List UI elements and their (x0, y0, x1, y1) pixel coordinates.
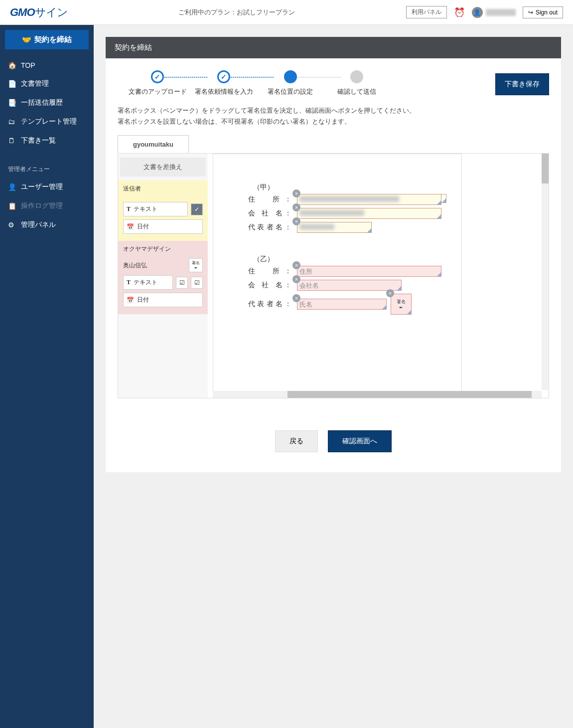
sidebar-item-documents[interactable]: 📄文書管理 (0, 74, 94, 93)
gear-icon: ⚙ (8, 221, 16, 229)
calendar-icon: 📅 (127, 223, 134, 230)
log-icon: 📋 (8, 202, 16, 210)
sidebar-item-drafts[interactable]: 🗒下書き一覧 (0, 131, 94, 150)
confirm-button[interactable]: 確認画面へ (328, 430, 392, 452)
sender-tools: 送信者 Tテキスト ✓ 📅日付 (118, 181, 208, 241)
main-content: 契約を締結 下書き保存 文書のアップロード 署名依頼情報を入力 署名位置の設定 (94, 25, 573, 728)
sidebar: 🤝 契約を締結 🏠TOP 📄文書管理 📑一括送信履歴 🗂テンプレート管理 🗒下書… (0, 25, 94, 728)
pen-icon: ✒ (399, 305, 403, 310)
template-icon: 🗂 (8, 118, 16, 126)
save-draft-button[interactable]: 下書き保存 (495, 73, 549, 95)
checkbox-tool-signer-2[interactable]: ☑ (191, 277, 203, 289)
step-1: 文書のアップロード (128, 70, 187, 96)
user-icon: 👤 (8, 183, 16, 191)
otsu-rep-field[interactable]: × 氏名 (297, 299, 387, 310)
step-3-circle (284, 70, 297, 83)
replace-document-button[interactable]: 文書を差換え (120, 158, 206, 177)
checkbox-tool-signer-1[interactable]: ☑ (176, 277, 188, 289)
placed-signature-box[interactable]: × 署名 ✒ (391, 294, 412, 315)
document-canvas[interactable]: （甲） 住 所： × 会 社 名： × (213, 154, 549, 398)
sidebar-item-logs[interactable]: 📋操作ログ管理 (0, 196, 94, 215)
user-menu[interactable]: 👤 (472, 7, 516, 18)
vertical-scrollbar[interactable] (542, 154, 549, 390)
signer-tools: オクヤマデザイン 奥山信弘 署名 ✒ Tテキスト ☑ ☑ (118, 241, 208, 314)
signer-name: 奥山信弘 (123, 261, 147, 270)
avatar-icon: 👤 (472, 7, 483, 18)
date-tool-sender[interactable]: 📅日付 (123, 219, 203, 234)
signout-button[interactable]: ↪ Sign out (523, 6, 563, 18)
back-button[interactable]: 戻る (275, 430, 318, 452)
step-4-circle (350, 70, 363, 83)
sidebar-item-templates[interactable]: 🗂テンプレート管理 (0, 112, 94, 131)
step-3: 署名位置の設定 (261, 70, 320, 96)
party-otsu-header: （乙） (218, 255, 456, 264)
alarm-icon[interactable]: ⏰ (454, 7, 465, 18)
tab-document[interactable]: gyoumuitaku (118, 135, 189, 153)
pen-icon: ✒ (194, 266, 198, 270)
history-icon: 📑 (8, 99, 16, 107)
sidebar-item-admin-panel[interactable]: ⚙管理パネル (0, 215, 94, 234)
step-2: 署名依頼情報を入力 (194, 70, 254, 96)
horizontal-scrollbar[interactable] (213, 391, 542, 398)
party-kou-header: （甲） (218, 183, 456, 192)
page-title: 契約を締結 (106, 37, 561, 58)
close-icon[interactable]: × (386, 289, 394, 297)
text-tool-signer[interactable]: Tテキスト (123, 275, 173, 290)
conclude-contract-button[interactable]: 🤝 契約を締結 (5, 30, 89, 49)
usage-panel-button[interactable]: 利用パネル (406, 6, 447, 18)
logo[interactable]: GMOサイン (10, 5, 68, 20)
document-icon: 📄 (8, 80, 16, 88)
kou-rep-field[interactable]: × (297, 222, 372, 233)
editor: 文書を差換え 送信者 Tテキスト ✓ 📅日付 オクヤマデザイン (118, 153, 549, 398)
checkbox-tool-sender[interactable]: ✓ (191, 203, 203, 215)
kou-address-field[interactable]: × (297, 194, 441, 205)
handshake-icon: 🤝 (22, 35, 31, 44)
step-2-circle (217, 70, 230, 83)
otsu-company-field[interactable]: × 会社名 (297, 280, 402, 291)
bottom-actions: 戻る 確認画面へ (106, 410, 561, 472)
signout-icon: ↪ (528, 9, 533, 16)
sidebar-item-top[interactable]: 🏠TOP (0, 56, 94, 74)
instructions: 署名ボックス（ペンマーク）をドラッグして署名位置を決定し、確認画面へボタンを押し… (106, 105, 561, 135)
document-page: （甲） 住 所： × 会 社 名： × (213, 154, 462, 398)
date-tool-signer[interactable]: 📅日付 (123, 293, 203, 307)
plan-info: ご利用中のプラン：お試しフリープラン (68, 8, 406, 17)
draft-icon: 🗒 (8, 137, 16, 145)
text-tool-sender[interactable]: Tテキスト (123, 202, 188, 216)
document-tabs: gyoumuitaku (106, 135, 561, 153)
top-header: GMOサイン ご利用中のプラン：お試しフリープラン 利用パネル ⏰ 👤 ↪ Si… (0, 0, 573, 25)
sidebar-item-bulk-history[interactable]: 📑一括送信履歴 (0, 93, 94, 112)
otsu-address-field[interactable]: × 住所 (297, 266, 441, 277)
signer-org: オクヤマデザイン (123, 245, 203, 253)
username (486, 9, 516, 16)
step-1-circle (151, 70, 164, 83)
signature-stamp-tool[interactable]: 署名 ✒ (189, 258, 203, 272)
sender-label: 送信者 (123, 184, 203, 193)
calendar-icon: 📅 (127, 297, 134, 304)
home-icon: 🏠 (8, 61, 16, 69)
progress-steps: 下書き保存 文書のアップロード 署名依頼情報を入力 署名位置の設定 (106, 58, 561, 105)
kou-company-field[interactable]: × (297, 208, 441, 219)
sidebar-item-users[interactable]: 👤ユーザー管理 (0, 178, 94, 196)
tool-panel: 文書を差換え 送信者 Tテキスト ✓ 📅日付 オクヤマデザイン (118, 154, 208, 398)
admin-section-label: 管理者メニュー (0, 150, 94, 178)
step-4: 確認して送信 (327, 70, 387, 96)
